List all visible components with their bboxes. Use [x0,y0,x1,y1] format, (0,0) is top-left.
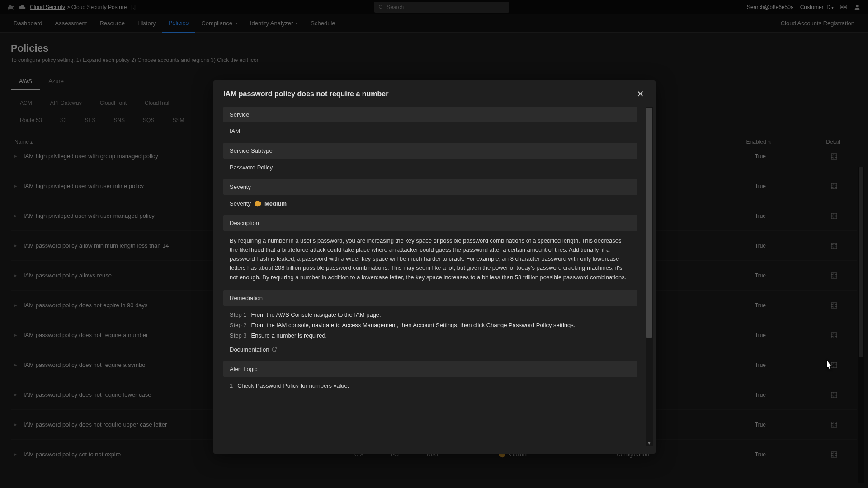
logic-number: 1 [230,382,233,389]
modal-header: IAM password policy does not require a n… [213,80,656,107]
severity-medium-icon [255,201,261,207]
section-service-header: Service [223,107,637,122]
service-value: IAM [223,128,637,143]
modal-body: Service IAM Service Subtype Password Pol… [223,107,644,446]
modal-close-button[interactable]: ✕ [635,89,646,99]
description-text: By requiring a number in a user's passwo… [223,236,637,290]
section-remediation-header: Remediation [223,290,637,306]
section-subtype-header: Service Subtype [223,143,637,159]
scroll-down-arrow-icon[interactable]: ▼ [646,440,653,446]
severity-inline-label: Severity [230,200,251,207]
severity-row: Severity Medium [223,200,637,215]
step-label: Step 1 [230,311,247,318]
remediation-step: Step 3 Ensure a number is required. [223,332,637,343]
remediation-step: Step 1 From the AWS Console navigate to … [223,311,637,322]
alert-logic-item: 1 Check Password Policy for numbers valu… [223,382,637,393]
logic-text: Check Password Policy for numbers value. [237,382,349,389]
step-label: Step 3 [230,332,247,339]
step-label: Step 2 [230,322,247,328]
severity-value: Medium [264,200,287,207]
documentation-link[interactable]: Documentation [223,343,637,361]
remediation-step: Step 2 From the IAM console, navigate to… [223,322,637,332]
step-text: From the IAM console, navigate to Access… [251,322,576,328]
modal-scrollbar[interactable]: ▲ ▼ [646,107,653,446]
modal-scrollbar-thumb[interactable] [646,108,652,338]
section-description-header: Description [223,215,637,231]
modal-title: IAM password policy does not require a n… [223,90,635,98]
external-link-icon [272,347,277,352]
step-text: Ensure a number is required. [251,332,327,339]
section-alert-logic-header: Alert Logic [223,361,637,377]
step-text: From the AWS Console navigate to the IAM… [251,311,381,318]
subtype-value: Password Policy [223,164,637,179]
policy-detail-modal: IAM password policy does not require a n… [213,80,656,454]
section-severity-header: Severity [223,179,637,195]
